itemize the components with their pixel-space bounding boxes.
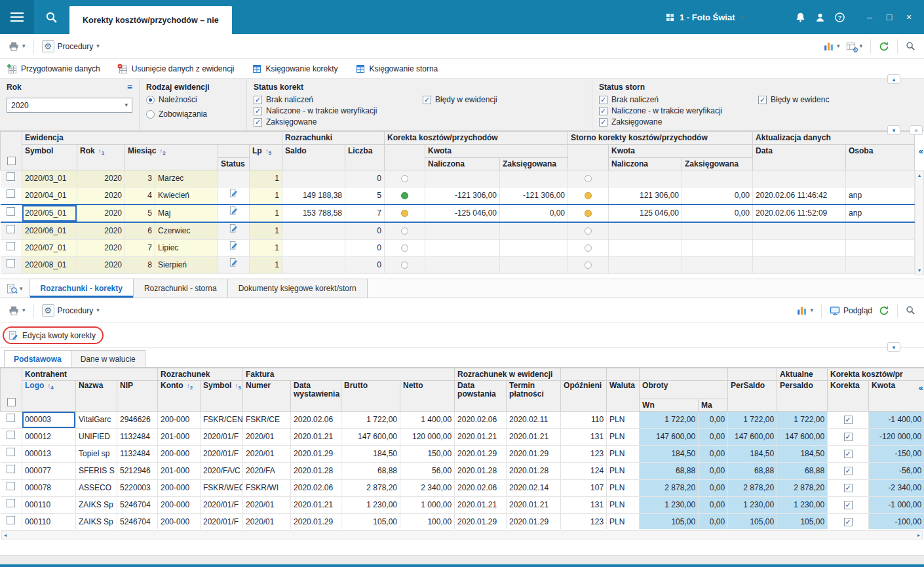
col-aktualne-persaldo[interactable]: Persaldo	[777, 381, 828, 412]
edit-correction-amount-button[interactable]: Edycja kwoty korekty	[9, 330, 96, 340]
row-checkbox[interactable]	[7, 516, 15, 524]
maximize-button[interactable]: □	[879, 7, 899, 27]
scroll-left-icon[interactable]: ◂	[4, 532, 7, 538]
filter-menu-icon[interactable]: ≡	[127, 83, 132, 92]
columns-chart-button[interactable]: ▾	[820, 39, 843, 54]
search-button[interactable]	[902, 39, 919, 54]
col-ma[interactable]: Ma	[699, 399, 728, 412]
preview-button[interactable]: Podgląd	[826, 303, 876, 319]
col-nip[interactable]: NIP	[117, 381, 158, 412]
table-row[interactable]: 000077SFERIS S5212946201-0002020/FA/C202…	[1, 463, 924, 480]
korekta-checkbox[interactable]: ✓	[844, 501, 853, 509]
panel-expand-right-button[interactable]: »	[910, 125, 923, 135]
grid-search-tool[interactable]: ▾	[4, 283, 29, 298]
col-brutto[interactable]: Brutto	[341, 381, 400, 412]
table-row[interactable]: 2020/05_0120205Maj1153 788,587-125 046,0…	[1, 205, 915, 222]
checkbox-naliczone-w-trakcie-weryfikacji[interactable]: ✓Naliczone - w trakcie weryfikacji	[254, 106, 423, 115]
col-nazwa[interactable]: Nazwa	[76, 381, 117, 412]
col-data[interactable]: Data	[753, 145, 846, 170]
col-data-powstania[interactable]: Data powstania	[455, 381, 507, 412]
row-checkbox[interactable]	[7, 242, 15, 250]
panel-expand-down-button[interactable]: ▾	[887, 342, 900, 352]
table-row[interactable]: 000078ASSECO5220003200-000FSKR/WECFSKR/W…	[1, 480, 924, 497]
procedury-button[interactable]: ⚙ Procedury ▾	[39, 302, 103, 319]
col-waluta[interactable]: Waluta	[607, 381, 640, 412]
checkbox-icon[interactable]: ✓	[254, 118, 262, 127]
table-row[interactable]: 000012UNIFIED1132484201-0002020/01/F2020…	[1, 429, 924, 446]
refresh-button[interactable]	[876, 39, 893, 54]
korekta-checkbox[interactable]: ✓	[844, 518, 853, 526]
checkbox-icon[interactable]: ✓	[599, 96, 607, 104]
tab-rozrachunki-storna[interactable]: Rozrachunki - storna	[133, 279, 228, 298]
col-logo[interactable]: Logo↑4	[22, 381, 76, 412]
col-rok[interactable]: Rok↑1	[77, 145, 125, 170]
col-symbol[interactable]: Symbol	[22, 145, 77, 170]
horizontal-scrollbar[interactable]: ◂ ▸	[1, 530, 923, 539]
print-button[interactable]: ▾	[5, 303, 29, 319]
menu-button[interactable]	[0, 0, 34, 34]
col-korekta-status[interactable]	[385, 145, 425, 170]
col-kwota[interactable]: Kwota	[869, 381, 924, 412]
korekta-checkbox[interactable]: ✓	[844, 467, 853, 475]
radio-należności[interactable]: Należności	[146, 95, 240, 104]
edit-status-icon[interactable]	[229, 241, 239, 250]
tab-rozrachunki-korekty[interactable]: Rozrachunki - korekty	[29, 279, 134, 298]
col-korekta[interactable]: Korekta	[828, 381, 869, 412]
table-row[interactable]: 000013Topiel sp1132484200-0002020/01/F20…	[1, 446, 924, 463]
col-storno-naliczona[interactable]: Naliczona	[609, 158, 682, 170]
checkbox-zaksięgowane[interactable]: ✓Zaksięgowane	[254, 117, 423, 127]
edit-status-icon[interactable]	[229, 224, 239, 233]
col-data-wystawienia[interactable]: Data wystawienia	[291, 381, 341, 412]
checkbox-brak-naliczeń[interactable]: ✓Brak naliczeń	[599, 95, 758, 104]
rok-select[interactable]: 2020 ▾	[7, 98, 132, 113]
row-checkbox[interactable]	[7, 448, 15, 456]
search-button[interactable]	[902, 303, 919, 318]
row-checkbox[interactable]	[7, 414, 15, 422]
checkbox-błędy-w-ewidenc[interactable]: ✓Błędy w ewidenc	[758, 95, 917, 104]
checkbox-icon[interactable]: ✓	[423, 96, 431, 104]
col-konto[interactable]: Konto↑2	[158, 381, 201, 412]
print-button[interactable]: ▾	[5, 39, 29, 54]
col-status[interactable]: Status	[218, 158, 250, 170]
row-checkbox[interactable]	[7, 431, 15, 439]
col-netto[interactable]: Netto	[400, 381, 455, 412]
checkbox-icon[interactable]: ✓	[254, 96, 262, 104]
checkbox-zaksięgowane[interactable]: ✓Zaksięgowane	[599, 117, 758, 127]
col-storno-status[interactable]	[568, 145, 609, 170]
korekta-checkbox[interactable]: ✓	[844, 484, 853, 492]
table-row[interactable]: 000110ZAIKS Sp5246704200-0002020/01/F202…	[1, 497, 924, 514]
edit-status-icon[interactable]	[229, 258, 239, 267]
window-tab[interactable]: Korekty kosztów/przychodów – nie	[69, 6, 232, 34]
scroll-down-icon[interactable]: ▾	[918, 266, 921, 275]
col-symbol[interactable]: Symbol↑3	[201, 381, 243, 412]
col-termin-platnosci[interactable]: Termin płatności	[507, 381, 561, 412]
col-numer[interactable]: Numer	[243, 381, 291, 412]
col-miesiac[interactable]: Miesiąc↑2	[125, 145, 218, 170]
row-checkbox[interactable]	[7, 225, 15, 233]
notifications-button[interactable]	[790, 7, 810, 27]
table-row[interactable]: 2020/08_0120208Sierpień10	[1, 257, 915, 274]
user-button[interactable]	[810, 7, 830, 27]
edit-status-icon[interactable]	[229, 188, 239, 198]
col-opoznienie[interactable]: Opóźnieni	[561, 381, 607, 412]
panel-collapse-up-button[interactable]: ▴	[887, 74, 900, 84]
close-button[interactable]: ×	[899, 7, 919, 27]
col-osoba[interactable]: Osoba	[846, 145, 915, 170]
select-all-checkbox[interactable]	[7, 398, 16, 406]
collapse-columns-icon[interactable]: «	[919, 147, 923, 155]
edit-status-icon[interactable]	[229, 206, 239, 216]
scroll-up-icon[interactable]: ▴	[918, 171, 921, 180]
row-checkbox[interactable]	[7, 189, 15, 198]
procedury-button[interactable]: ⚙ Procedury ▾	[39, 37, 103, 55]
checkbox-icon[interactable]: ✓	[758, 96, 767, 104]
checkbox-icon[interactable]: ✓	[254, 107, 262, 115]
panel-expand-down-button[interactable]: ▾	[887, 125, 900, 135]
col-lp[interactable]: Lp↑5	[250, 145, 282, 170]
prepare-data-button[interactable]: Przygotowanie danych	[7, 64, 100, 74]
row-checkbox[interactable]	[7, 499, 15, 507]
korekta-checkbox[interactable]: ✓	[844, 450, 853, 458]
table-row[interactable]: 2020/03_0120203Marzec10	[1, 170, 915, 187]
row-checkbox[interactable]	[7, 172, 15, 181]
remove-data-button[interactable]: Usunięcie danych z ewidencji	[117, 64, 235, 74]
tab-dokumenty-księgowe-korekt-storn[interactable]: Dokumenty księgowe korekt/storn	[227, 279, 368, 298]
